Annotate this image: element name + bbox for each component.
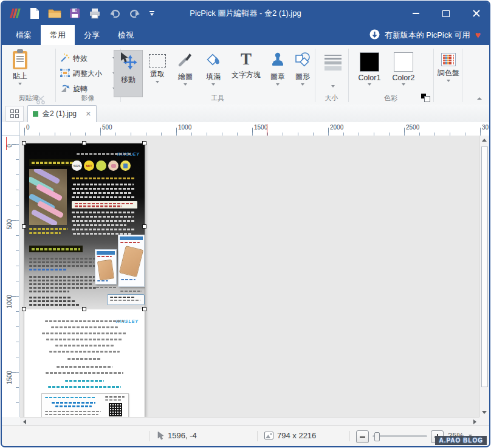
image-size-value: 794 x 2216: [277, 431, 316, 440]
document-image[interactable]: KINSLEY: [24, 143, 145, 417]
selection-handle-n[interactable]: [82, 141, 86, 145]
new-file-icon[interactable]: [28, 6, 41, 21]
tab-view[interactable]: 檢視: [109, 25, 143, 45]
tab-share[interactable]: 分享: [75, 25, 109, 45]
draw-tool-button[interactable]: 繪圖: [172, 50, 199, 96]
qr-code: [109, 403, 122, 416]
document-tab-bar: 金2 (1).jpg ✕: [2, 105, 489, 123]
collapse-ribbon-icon[interactable]: [477, 97, 482, 100]
document-status-icon: [33, 111, 38, 117]
palette-button[interactable]: 調色盤: [436, 50, 461, 96]
move-tool-button[interactable]: 移動: [114, 50, 143, 97]
select-tool-button[interactable]: 選取: [144, 50, 171, 96]
fill-tool-button[interactable]: 填滿: [200, 50, 227, 96]
color2-swatch: [394, 52, 413, 72]
paste-button[interactable]: 貼上: [7, 50, 33, 96]
redo-icon[interactable]: [128, 6, 142, 21]
hruler-label: 2500: [406, 124, 419, 131]
canvas[interactable]: KINSLEY: [20, 136, 479, 417]
cursor-position-marker-v: [6, 137, 7, 150]
tab-home[interactable]: 常用: [41, 25, 75, 45]
workspace: 0 500 1000 1500 KINSLEY: [2, 136, 489, 426]
flyer-caption: [120, 291, 142, 292]
scroll-up-icon[interactable]: [482, 139, 487, 142]
hruler-label: 1000: [178, 124, 191, 131]
document-tab-label: 金2 (1).jpg: [43, 109, 77, 119]
horizontal-scrollbar[interactable]: [20, 417, 479, 426]
document-tab[interactable]: 金2 (1).jpg ✕: [27, 105, 97, 122]
line-thickness-icon: [324, 55, 342, 71]
close-button[interactable]: [469, 5, 484, 21]
print-icon[interactable]: [88, 6, 101, 21]
shapes-tool-button[interactable]: 圖形: [291, 50, 314, 96]
horizontal-ruler: 0 500 1000 1500 2000 2500 30: [20, 122, 489, 136]
stamp-tool-button[interactable]: 圖章: [266, 50, 290, 96]
update-notice-text: 有新版本的 PicPick 可用: [385, 30, 470, 41]
vertical-scrollbar[interactable]: [479, 136, 489, 417]
close-document-icon[interactable]: ✕: [86, 110, 91, 118]
cursor-position-marker-h: [267, 124, 267, 136]
zoom-slider-thumb[interactable]: [374, 432, 380, 441]
selection-handle-ne[interactable]: [142, 141, 146, 145]
vruler-label: 500: [6, 219, 13, 230]
selection-handle-e[interactable]: [142, 224, 146, 229]
resize-button[interactable]: 調整大小: [60, 68, 116, 79]
hruler-label: 0: [26, 124, 30, 131]
textbox-tool-button[interactable]: T 文字方塊: [228, 50, 264, 96]
cursor-position-value: 1596, -4: [168, 431, 197, 440]
vruler-label: 0: [6, 144, 13, 148]
watermark: A.PAO BLOG: [435, 436, 487, 445]
resize-icon: [60, 68, 70, 80]
tools-group-label: 工具: [120, 94, 315, 103]
color2-button[interactable]: Color2: [390, 50, 417, 96]
vertical-scroll-thumb[interactable]: [481, 146, 488, 387]
document-list-button[interactable]: [5, 106, 24, 122]
customize-qat-icon[interactable]: [148, 6, 156, 21]
magic-wand-icon: [60, 53, 70, 64]
badge-green: [96, 160, 106, 171]
selection-handle-w[interactable]: [22, 224, 26, 229]
paintbrush-icon: [177, 52, 193, 70]
tab-file[interactable]: 檔案: [7, 25, 41, 45]
picpick-logo-icon: [8, 6, 21, 21]
download-circle-icon: [369, 29, 380, 41]
status-bar: 1596, -4 794 x 2216 25% A.PAO BLOG: [2, 426, 489, 446]
ruler-corner: [2, 122, 20, 136]
flyer-dark-section: KINSLEY: [24, 143, 145, 309]
color1-swatch: [360, 52, 379, 72]
undo-icon[interactable]: [108, 6, 122, 21]
hruler-label: 500: [102, 124, 112, 131]
vertical-ruler: 0 500 1000 1500: [2, 136, 20, 417]
selection-handle-sw[interactable]: [22, 307, 26, 311]
clipboard-icon: [13, 51, 27, 69]
title-bar: PicPick 圖片編輯器 - 金2 (1).jpg: [2, 2, 489, 25]
line-size-button[interactable]: [318, 50, 348, 96]
cursor-icon: [157, 432, 164, 442]
heart-icon[interactable]: ♥: [475, 30, 481, 40]
select-icon: [149, 54, 166, 67]
scroll-left-icon[interactable]: [23, 419, 26, 424]
selection-handle-se[interactable]: [142, 307, 146, 311]
move-icon: [119, 52, 137, 73]
flyer-heading-bar-2: [29, 246, 83, 252]
flyer-product-package-large: [118, 235, 145, 287]
scroll-down-icon[interactable]: [482, 411, 487, 414]
minimize-button[interactable]: [408, 5, 424, 21]
color1-button[interactable]: Color1: [355, 50, 383, 96]
selection-handle-s[interactable]: [82, 307, 86, 311]
selection-handle-nw[interactable]: [22, 141, 26, 145]
save-icon[interactable]: [68, 6, 81, 21]
colors-group-label: 色彩: [348, 94, 433, 103]
menu-bar: 檔案 常用 分享 檢視 有新版本的 PicPick 可用 ♥: [2, 25, 489, 45]
paint-bucket-icon: [205, 52, 221, 70]
rotate-button[interactable]: 旋轉: [60, 83, 116, 94]
update-notice[interactable]: 有新版本的 PicPick 可用 ♥: [369, 25, 481, 45]
effects-button[interactable]: 特效: [60, 53, 116, 64]
maximize-button[interactable]: [438, 5, 454, 21]
badge-sgs: SGS: [72, 160, 82, 171]
open-file-icon[interactable]: [48, 6, 61, 21]
zoom-out-button[interactable]: [356, 430, 369, 443]
badge-yellow: [120, 160, 131, 171]
scroll-right-icon[interactable]: [473, 419, 476, 424]
zoom-slider[interactable]: [373, 435, 427, 437]
